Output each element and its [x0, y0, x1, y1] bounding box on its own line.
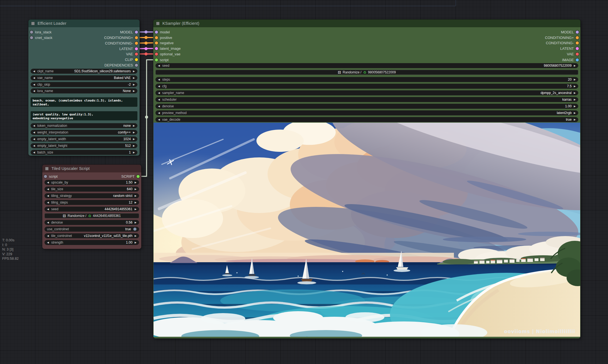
decrement-arrow-icon[interactable]: ◀ [33, 83, 35, 86]
widget-preview-method[interactable]: ◀ preview_method latent2rgb ▶ [155, 110, 578, 115]
widget-weight-interpretation[interactable]: ◀ weight_interpretation comfy++ ▶ [31, 130, 137, 135]
decrement-arrow-icon[interactable]: ◀ [33, 124, 35, 127]
node-efficient-loader[interactable]: Efficient Loader lora_stack cnet_stack M… [28, 19, 140, 156]
decrement-arrow-icon[interactable]: ◀ [47, 194, 49, 197]
input-port-script[interactable]: script [155, 57, 169, 63]
decrement-arrow-icon[interactable]: ◀ [158, 85, 160, 88]
node-ksampler-efficient[interactable]: KSampler (Efficient) model positive nega… [153, 19, 580, 338]
increment-arrow-icon[interactable]: ▶ [133, 151, 135, 154]
widget-batch-size[interactable]: ◀ batch_size 1 ▶ [31, 150, 137, 155]
widget-lora-name[interactable]: ◀ lora_name None ▶ [31, 88, 137, 93]
input-port-latent-image[interactable]: latent_image [155, 46, 181, 51]
increment-arrow-icon[interactable]: ▶ [133, 131, 135, 134]
increment-arrow-icon[interactable]: ▶ [135, 181, 137, 184]
collapse-icon[interactable] [45, 167, 48, 170]
decrement-arrow-icon[interactable]: ◀ [33, 144, 35, 147]
decrement-arrow-icon[interactable]: ◀ [33, 131, 35, 134]
increment-arrow-icon[interactable]: ▶ [574, 85, 576, 88]
increment-arrow-icon[interactable]: ▶ [133, 90, 135, 92]
decrement-arrow-icon[interactable]: ◀ [47, 188, 49, 190]
decrement-arrow-icon[interactable]: ◀ [158, 112, 160, 114]
increment-arrow-icon[interactable]: ▶ [135, 194, 137, 197]
decrement-arrow-icon[interactable]: ◀ [158, 98, 160, 101]
increment-arrow-icon[interactable]: ▶ [574, 112, 576, 114]
decrement-arrow-icon[interactable]: ◀ [47, 241, 49, 244]
decrement-arrow-icon[interactable]: ◀ [33, 90, 35, 92]
decrement-arrow-icon[interactable]: ◀ [33, 151, 35, 154]
decrement-arrow-icon[interactable]: ◀ [47, 208, 49, 211]
widget-sampler-name[interactable]: ◀ sampler_name dpmpp_2s_ancestral ▶ [155, 90, 578, 95]
decrement-arrow-icon[interactable]: ◀ [158, 105, 160, 108]
widget-empty-latent-height[interactable]: ◀ empty_latent_height 512 ▶ [31, 143, 137, 148]
increment-arrow-icon[interactable]: ▶ [133, 138, 135, 140]
input-port-cnet-stack[interactable]: cnet_stack [30, 35, 52, 40]
widget-cfg[interactable]: ◀ cfg 7.5 ▶ [155, 84, 578, 89]
widget-tiling-steps[interactable]: ◀ tiling_steps 12 ▶ [45, 200, 139, 205]
increment-arrow-icon[interactable]: ▶ [574, 91, 576, 94]
decrement-arrow-icon[interactable]: ◀ [33, 70, 35, 73]
widget-scheduler[interactable]: ◀ scheduler karras ▶ [155, 97, 578, 102]
widget-steps[interactable]: ◀ steps 20 ▶ [155, 77, 578, 82]
widget-seed[interactable]: ◀ seed 444264914855361 ▶ [45, 207, 139, 212]
widget-seed[interactable]: ◀ seed 980056807522009 ▶ [155, 63, 578, 68]
output-port-conditioning-pos[interactable]: CONDITIONING+ [104, 35, 138, 40]
negative-prompt-textarea[interactable]: (worst quality, low quality:1.3), embedd… [31, 111, 137, 120]
output-port-vae[interactable]: VAE [567, 51, 579, 57]
increment-arrow-icon[interactable]: ▶ [135, 208, 137, 211]
randomize-button[interactable]: ⚄ Randomize / ♻ 980056807522009 [155, 70, 578, 75]
decrement-arrow-icon[interactable]: ◀ [33, 76, 35, 79]
input-port-model[interactable]: model [155, 29, 170, 35]
output-port-model[interactable]: MODEL [120, 29, 138, 35]
output-port-conditioning-pos[interactable]: CONDITIONING+ [545, 35, 579, 40]
decrement-arrow-icon[interactable]: ◀ [47, 201, 49, 204]
decrement-arrow-icon[interactable]: ◀ [33, 138, 35, 140]
widget-tiling-strategy[interactable]: ◀ tiling_strategy random strict ▶ [45, 193, 139, 198]
increment-arrow-icon[interactable]: ▶ [574, 64, 576, 67]
widget-token-normalization[interactable]: ◀ token_normalization none ▶ [31, 123, 137, 128]
randomize-button[interactable]: ⚄ Randomize / ♻ 444264914855361 [45, 213, 139, 218]
widget-denoise[interactable]: ◀ denoise 1.00 ▶ [155, 104, 578, 109]
output-port-clip[interactable]: CLIP [125, 57, 138, 62]
output-port-latent[interactable]: LATENT [119, 46, 138, 51]
widget-tile-controlnet[interactable]: ◀ tile_controlnet v11\control_v11f1e_sd1… [45, 233, 139, 238]
collapse-icon[interactable] [31, 22, 34, 25]
output-port-latent[interactable]: LATENT [560, 46, 579, 51]
output-port-vae[interactable]: VAE [126, 51, 138, 57]
output-port-conditioning-neg[interactable]: CONDITIONING- [105, 40, 138, 46]
widget-strength[interactable]: ◀ strength 1.00 ▶ [45, 240, 139, 245]
widget-clip-skip[interactable]: ◀ clip_skip -2 ▶ [31, 82, 137, 87]
toggle-icon[interactable] [133, 227, 137, 231]
positive-prompt-textarea[interactable]: beach, ocean, (cumulonimbus clouds:1.3),… [31, 97, 137, 107]
increment-arrow-icon[interactable]: ▶ [574, 118, 576, 121]
increment-arrow-icon[interactable]: ▶ [135, 188, 137, 190]
output-port-conditioning-neg[interactable]: CONDITIONING- [546, 40, 579, 46]
increment-arrow-icon[interactable]: ▶ [574, 105, 576, 108]
node-header[interactable]: Efficient Loader [28, 19, 140, 27]
input-port-negative[interactable]: negative [155, 40, 174, 46]
widget-denoise[interactable]: ◀ denoise 0.56 ▶ [45, 220, 139, 225]
widget-tile-size[interactable]: ◀ tile_size 640 ▶ [45, 187, 139, 192]
decrement-arrow-icon[interactable]: ◀ [47, 221, 49, 224]
widget-empty-latent-width[interactable]: ◀ empty_latent_width 1024 ▶ [31, 137, 137, 142]
increment-arrow-icon[interactable]: ▶ [133, 76, 135, 79]
decrement-arrow-icon[interactable]: ◀ [158, 118, 160, 121]
increment-arrow-icon[interactable]: ▶ [135, 201, 137, 204]
increment-arrow-icon[interactable]: ▶ [574, 78, 576, 81]
increment-arrow-icon[interactable]: ▶ [133, 144, 135, 147]
increment-arrow-icon[interactable]: ▶ [135, 234, 137, 237]
input-port-script[interactable]: script [44, 174, 58, 179]
decrement-arrow-icon[interactable]: ◀ [158, 91, 160, 94]
input-port-optional-vae[interactable]: optional_vae [155, 51, 181, 57]
decrement-arrow-icon[interactable]: ◀ [47, 234, 49, 237]
output-port-image[interactable]: IMAGE [562, 57, 579, 63]
output-port-dependencies[interactable]: DEPENDENCIES [104, 62, 138, 68]
collapse-icon[interactable] [156, 22, 159, 25]
output-port-script[interactable]: SCRIPT [121, 174, 140, 179]
node-tiled-upscaler-script[interactable]: Tiled Upscaler Script script SCRIPT ◀ up… [42, 165, 141, 249]
decrement-arrow-icon[interactable]: ◀ [158, 78, 160, 81]
input-port-lora-stack[interactable]: lora_stack [30, 29, 51, 35]
output-port-model[interactable]: MODEL [561, 29, 579, 35]
increment-arrow-icon[interactable]: ▶ [133, 70, 135, 73]
graph-canvas[interactable]: Efficient Loader lora_stack cnet_stack M… [0, 0, 608, 364]
widget-vae-decode[interactable]: ◀ vae_decode true ▶ [155, 117, 578, 122]
